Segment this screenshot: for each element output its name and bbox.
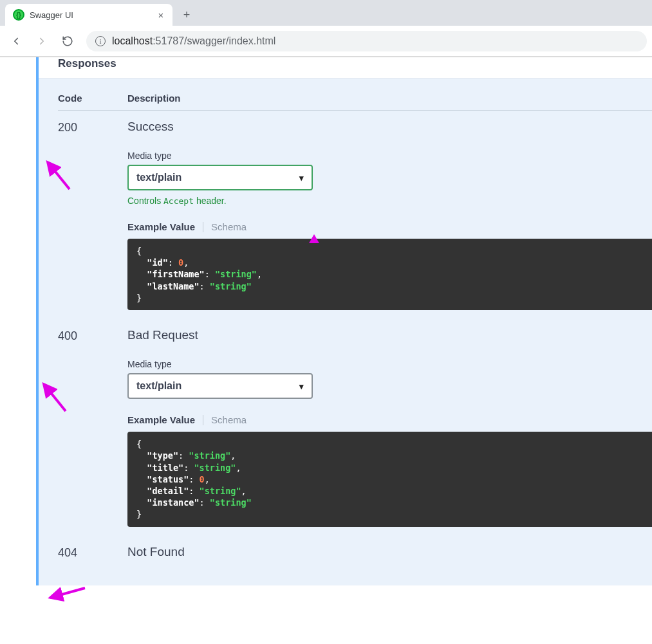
- media-type-select[interactable]: text/plain ▾: [127, 165, 313, 190]
- tab-separator: [203, 222, 203, 232]
- example-schema-tabs: Example Value Schema: [127, 414, 652, 425]
- reload-button[interactable]: [57, 30, 79, 52]
- column-header-code: Code: [58, 93, 127, 104]
- browser-chrome: {} Swagger UI × + i localhost:51787/swag…: [0, 0, 652, 57]
- media-type-value: text/plain: [136, 172, 182, 183]
- tab-example-value[interactable]: Example Value: [127, 221, 195, 232]
- chevron-down-icon: ▾: [299, 382, 304, 391]
- site-info-icon[interactable]: i: [95, 36, 106, 46]
- annotation-arrow: [46, 585, 91, 607]
- url-text: localhost:51787/swagger/index.html: [112, 35, 275, 47]
- response-row-400: 400 Bad Request Media type text/plain ▾ …: [58, 328, 652, 527]
- media-type-select[interactable]: text/plain ▾: [127, 373, 313, 399]
- tab-schema[interactable]: Schema: [211, 414, 247, 425]
- response-row-404: 404 Not Found: [58, 545, 652, 560]
- accept-header-hint: Controls Accept header.: [127, 196, 652, 206]
- tab-example-value[interactable]: Example Value: [127, 414, 195, 425]
- operation-block: Responses Code Description 200 Success M…: [36, 57, 652, 585]
- address-bar[interactable]: i localhost:51787/swagger/index.html: [86, 31, 647, 51]
- back-button[interactable]: [5, 30, 27, 52]
- status-code: 400: [58, 328, 127, 344]
- chevron-down-icon: ▾: [299, 173, 304, 183]
- tab-strip: {} Swagger UI × +: [0, 0, 652, 26]
- example-schema-tabs: Example Value Schema: [127, 221, 652, 232]
- status-code: 404: [58, 545, 127, 560]
- responses-table-header: Code Description: [58, 93, 652, 111]
- responses-panel: Code Description 200 Success Media type …: [39, 78, 652, 585]
- browser-toolbar: i localhost:51787/swagger/index.html: [0, 26, 652, 57]
- page-body: Responses Code Description 200 Success M…: [0, 57, 652, 585]
- example-code-block[interactable]: { "id": 0, "firstName": "string", "lastN…: [127, 239, 652, 310]
- media-type-label: Media type: [127, 359, 652, 369]
- forward-button[interactable]: [31, 30, 53, 52]
- svg-line-2: [50, 588, 85, 598]
- column-header-description: Description: [127, 93, 181, 104]
- tab-title: Swagger UI: [30, 10, 156, 20]
- example-code-block[interactable]: { "type": "string", "title": "string", "…: [127, 432, 652, 527]
- response-row-200: 200 Success Media type text/plain ▾ Cont…: [58, 120, 652, 310]
- media-type-value: text/plain: [136, 380, 182, 392]
- status-code: 200: [58, 120, 127, 135]
- tab-separator: [203, 415, 203, 425]
- tab-schema[interactable]: Schema: [211, 221, 247, 232]
- new-tab-button[interactable]: +: [178, 6, 196, 24]
- close-tab-icon[interactable]: ×: [156, 10, 166, 20]
- response-description: Success: [127, 120, 652, 134]
- media-type-label: Media type: [127, 151, 652, 161]
- swagger-favicon: {}: [13, 9, 24, 21]
- response-description: Not Found: [127, 545, 652, 559]
- responses-header: Responses: [39, 57, 652, 78]
- response-description: Bad Request: [127, 328, 652, 342]
- browser-tab[interactable]: {} Swagger UI ×: [5, 4, 172, 26]
- responses-title: Responses: [58, 57, 652, 70]
